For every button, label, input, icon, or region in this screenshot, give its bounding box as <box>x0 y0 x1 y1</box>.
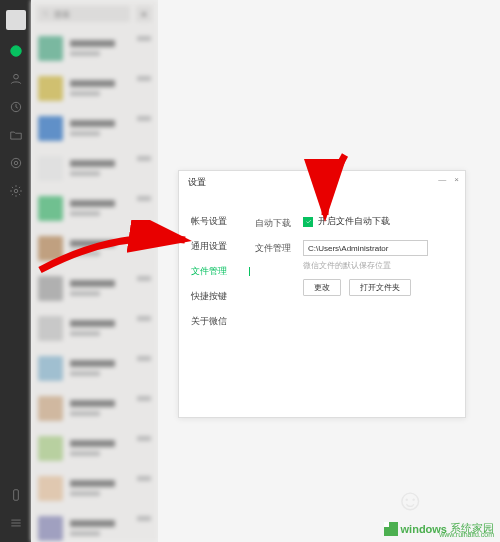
check-icon <box>303 217 313 227</box>
ghost-icon: ☺ <box>395 483 426 517</box>
favorites-icon[interactable] <box>9 100 23 114</box>
svg-point-3 <box>11 158 20 167</box>
moments-icon[interactable] <box>9 156 23 170</box>
settings-dialog: 设置 — × 帐号设置 通用设置 文件管理 快捷按键 关于微信 自动下载 开启文… <box>178 170 466 418</box>
file-manage-label: 文件管理 <box>255 240 303 255</box>
list-item[interactable] <box>31 428 158 468</box>
nav-file-manage[interactable]: 文件管理 <box>191 265 249 278</box>
search-input[interactable]: 搜索 <box>37 6 130 22</box>
settings-nav: 帐号设置 通用设置 文件管理 快捷按键 关于微信 <box>179 193 249 417</box>
list-item[interactable] <box>31 268 158 308</box>
settings-content: 自动下载 开启文件自动下载 文件管理 C:\Users\Administrato… <box>249 193 465 417</box>
auto-download-check-label: 开启文件自动下载 <box>318 215 390 228</box>
contacts-icon[interactable] <box>9 72 23 86</box>
nav-shortcuts[interactable]: 快捷按键 <box>191 290 249 303</box>
watermark-url: www.ruihaifu.com <box>439 531 494 538</box>
chat-icon[interactable] <box>9 44 23 58</box>
nav-general[interactable]: 通用设置 <box>191 240 249 253</box>
left-navbar <box>0 0 31 542</box>
list-item[interactable] <box>31 28 158 68</box>
svg-rect-6 <box>13 490 18 501</box>
svg-point-1 <box>13 74 18 79</box>
auto-download-checkbox[interactable]: 开启文件自动下载 <box>303 215 390 228</box>
list-item[interactable] <box>31 508 158 542</box>
list-item[interactable] <box>31 468 158 508</box>
nav-about[interactable]: 关于微信 <box>191 315 249 328</box>
menu-icon[interactable] <box>9 516 23 530</box>
list-item[interactable] <box>31 388 158 428</box>
svg-point-4 <box>14 161 18 165</box>
avatar[interactable] <box>6 10 26 30</box>
files-icon[interactable] <box>9 128 23 142</box>
dialog-close-icon[interactable]: × <box>454 175 459 184</box>
auto-download-label: 自动下载 <box>255 215 303 230</box>
svg-point-0 <box>10 46 21 57</box>
watermark: windows 系统家园 www.ruihaifu.com <box>384 521 494 536</box>
change-button[interactable]: 更改 <box>303 279 341 296</box>
settings-icon[interactable] <box>9 184 23 198</box>
svg-point-5 <box>14 189 18 193</box>
file-path-input[interactable]: C:\Users\Administrator <box>303 240 428 256</box>
add-button[interactable]: + <box>136 6 152 22</box>
chat-list-panel: 搜索 + <box>31 0 158 542</box>
open-folder-button[interactable]: 打开文件夹 <box>349 279 411 296</box>
file-path-hint: 微信文件的默认保存位置 <box>303 260 451 271</box>
search-placeholder: 搜索 <box>54 9 70 20</box>
list-item[interactable] <box>31 68 158 108</box>
nav-account[interactable]: 帐号设置 <box>191 215 249 228</box>
dialog-minimize-icon[interactable]: — <box>438 175 446 184</box>
list-item[interactable] <box>31 308 158 348</box>
list-item[interactable] <box>31 108 158 148</box>
svg-point-7 <box>43 11 47 15</box>
list-item[interactable] <box>31 148 158 188</box>
chat-list <box>31 28 158 542</box>
phone-icon[interactable] <box>9 488 23 502</box>
list-item[interactable] <box>31 188 158 228</box>
list-item[interactable] <box>31 348 158 388</box>
dialog-title: 设置 — × <box>179 171 465 193</box>
watermark-logo-icon <box>384 522 398 536</box>
list-item[interactable] <box>31 228 158 268</box>
